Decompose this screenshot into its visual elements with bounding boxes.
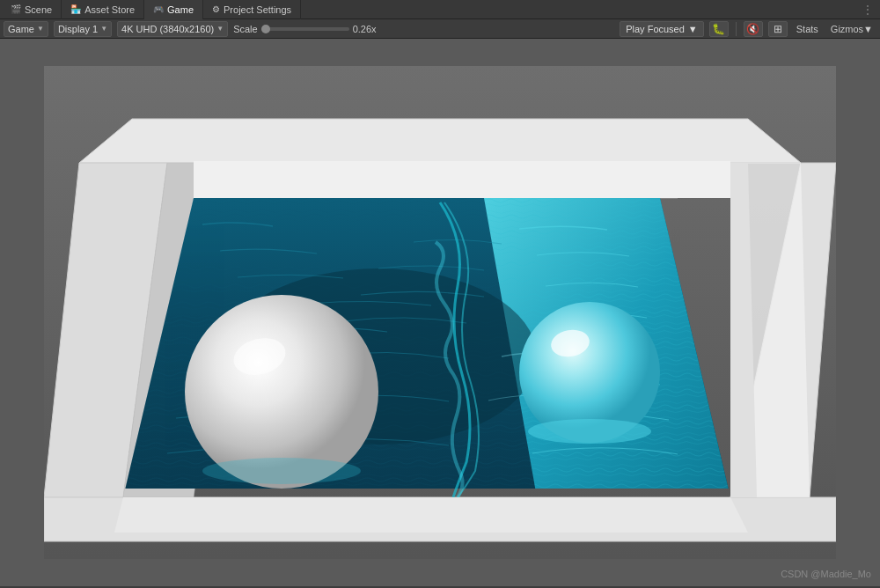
tab-game[interactable]: 🎮 Game	[144, 0, 203, 19]
toolbar-separator-1	[736, 22, 737, 36]
bug-icon-button[interactable]: 🐛	[709, 21, 729, 37]
tab-asset-store-label: Asset Store	[84, 4, 135, 15]
grid-icon-button[interactable]: ⊞	[768, 21, 788, 37]
tab-asset-store[interactable]: 🏪 Asset Store	[62, 0, 144, 19]
stats-button[interactable]: Stats	[793, 21, 822, 37]
settings-icon: ⚙	[212, 4, 220, 14]
tab-game-label: Game	[167, 4, 194, 15]
scale-control: Scale 0.26x	[233, 24, 376, 34]
grid-icon: ⊞	[774, 23, 782, 35]
gizmos-button[interactable]: Gizmos ▼	[827, 21, 876, 37]
toolbar: Game ▼ Display 1 ▼ 4K UHD (3840x2160) ▼ …	[0, 19, 880, 39]
display-dropdown-arrow: ▼	[100, 25, 107, 33]
display-dropdown[interactable]: Display 1 ▼	[54, 21, 112, 37]
gizmos-arrow: ▼	[863, 24, 873, 34]
play-focused-arrow: ▼	[688, 24, 698, 34]
tab-scene[interactable]: 🎬 Scene	[2, 0, 62, 19]
scale-slider[interactable]	[261, 27, 349, 31]
asset-store-icon: 🏪	[70, 4, 81, 14]
stats-label: Stats	[796, 24, 818, 34]
resolution-dropdown[interactable]: 4K UHD (3840x2160) ▼	[117, 21, 228, 37]
scale-label: Scale	[233, 24, 258, 34]
game-view[interactable]: CSDN @Maddie_Mo	[0, 39, 880, 586]
play-focused-button[interactable]: Play Focused ▼	[620, 21, 704, 37]
watermark: CSDN @Maddie_Mo	[781, 569, 871, 579]
scale-thumb	[261, 25, 270, 33]
tab-project-settings[interactable]: ⚙ Project Settings	[203, 0, 301, 19]
tab-scene-label: Scene	[25, 4, 52, 15]
svg-marker-25	[194, 161, 730, 198]
mute-button[interactable]: 🔇	[744, 21, 763, 37]
gizmos-label: Gizmos	[831, 24, 863, 34]
scale-value: 0.26x	[353, 24, 377, 34]
svg-point-18	[202, 458, 361, 484]
svg-marker-26	[114, 497, 748, 533]
tab-project-settings-label: Project Settings	[224, 4, 291, 15]
toolbar-right: Play Focused ▼ 🐛 🔇 ⊞ Stats Gizmos ▼	[620, 21, 876, 37]
game-dropdown-label: Game	[8, 24, 34, 34]
resolution-dropdown-label: 4K UHD (3840x2160)	[121, 24, 214, 34]
game-dropdown[interactable]: Game ▼	[4, 21, 48, 37]
display-dropdown-label: Display 1	[58, 24, 98, 34]
resolution-dropdown-arrow: ▼	[216, 25, 224, 33]
svg-point-22	[528, 419, 651, 444]
game-dropdown-arrow: ▼	[37, 25, 44, 33]
tab-more-button[interactable]: ⋮	[855, 4, 880, 16]
bug-icon: 🐛	[712, 23, 725, 35]
scene-canvas	[44, 66, 836, 559]
game-icon: 🎮	[153, 4, 164, 14]
play-focused-label: Play Focused	[626, 24, 685, 34]
scene-icon: 🎬	[11, 4, 21, 14]
svg-marker-4	[79, 119, 801, 163]
mute-icon: 🔇	[746, 23, 759, 35]
pool-scene-svg	[44, 66, 836, 559]
watermark-text: CSDN @Maddie_Mo	[781, 569, 871, 579]
tab-bar: 🎬 Scene 🏪 Asset Store 🎮 Game ⚙ Project S…	[0, 0, 880, 19]
